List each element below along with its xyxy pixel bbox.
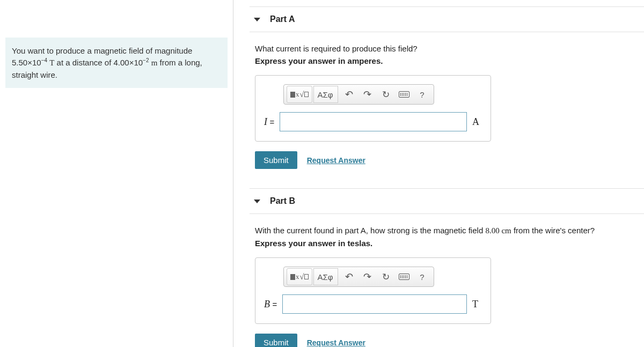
templates-button[interactable]: x√ [287, 86, 312, 103]
variable-label-B: B = [264, 299, 277, 310]
magnitude-value: 5.50×10−4 [12, 58, 47, 67]
undo-button[interactable]: ↶ [341, 269, 358, 285]
templates-button[interactable]: x√ [287, 268, 312, 285]
part-a-unit: A [472, 116, 482, 128]
part-a-answer-group: x√ ΑΣφ ↶ ↷ ↻ ? I = A [255, 75, 491, 142]
part-b-body: With the current found in part A, how st… [250, 214, 644, 347]
equation-toolbar: x√ ΑΣφ ↶ ↷ ↻ ? [283, 84, 434, 105]
undo-icon: ↶ [345, 88, 353, 100]
part-b-submit-button[interactable]: Submit [255, 334, 297, 347]
keyboard-button[interactable] [396, 86, 413, 102]
distance-value: 4.00×10−2 [113, 58, 149, 67]
part-a-header[interactable]: Part A [250, 6, 644, 32]
meter-unit: m [151, 58, 158, 67]
part-b-question: With the current found in part A, how st… [255, 226, 639, 235]
reset-icon: ↻ [382, 89, 390, 100]
help-button[interactable]: ? [414, 86, 431, 102]
reset-button[interactable]: ↻ [377, 86, 394, 102]
reset-button[interactable]: ↻ [377, 269, 394, 285]
problem-text: You want to produce a magnetic field of … [12, 46, 192, 55]
keyboard-icon [399, 274, 409, 280]
symbols-button[interactable]: ΑΣφ [313, 86, 338, 103]
part-a-instruction: Express your answer in amperes. [255, 56, 639, 65]
part-b-unit: T [472, 299, 482, 310]
tesla-unit: T [49, 58, 54, 67]
part-a-submit-button[interactable]: Submit [255, 151, 297, 169]
part-a-request-answer-link[interactable]: Request Answer [307, 156, 365, 165]
part-a-title: Part A [270, 14, 295, 24]
templates-icon: x√ [290, 90, 309, 99]
part-b-instruction: Express your answer in teslas. [255, 239, 639, 248]
chevron-down-icon [254, 18, 260, 21]
part-b-header[interactable]: Part B [250, 188, 644, 214]
symbols-button[interactable]: ΑΣφ [313, 268, 338, 285]
part-b-title: Part B [270, 196, 295, 206]
chevron-down-icon [254, 200, 260, 203]
part-a-question: What current is required to produce this… [255, 44, 639, 53]
variable-label-I: I = [264, 116, 274, 128]
undo-icon: ↶ [345, 271, 353, 283]
help-button[interactable]: ? [414, 269, 431, 285]
redo-button[interactable]: ↷ [359, 86, 376, 102]
part-a-body: What current is required to produce this… [250, 32, 644, 179]
templates-icon: x√ [290, 272, 309, 282]
part-b-request-answer-link[interactable]: Request Answer [307, 338, 365, 347]
redo-icon: ↷ [363, 88, 371, 100]
undo-button[interactable]: ↶ [341, 86, 358, 102]
keyboard-button[interactable] [396, 269, 413, 285]
problem-statement: You want to produce a magnetic field of … [5, 38, 228, 88]
part-a-answer-input[interactable] [280, 112, 467, 131]
reset-icon: ↻ [382, 271, 390, 283]
part-b-answer-group: x√ ΑΣφ ↶ ↷ ↻ ? B = T [255, 257, 491, 324]
equation-toolbar: x√ ΑΣφ ↶ ↷ ↻ ? [283, 267, 434, 287]
keyboard-icon [399, 91, 409, 98]
redo-icon: ↷ [363, 271, 371, 283]
redo-button[interactable]: ↷ [359, 269, 376, 285]
part-b-answer-input[interactable] [282, 294, 467, 314]
